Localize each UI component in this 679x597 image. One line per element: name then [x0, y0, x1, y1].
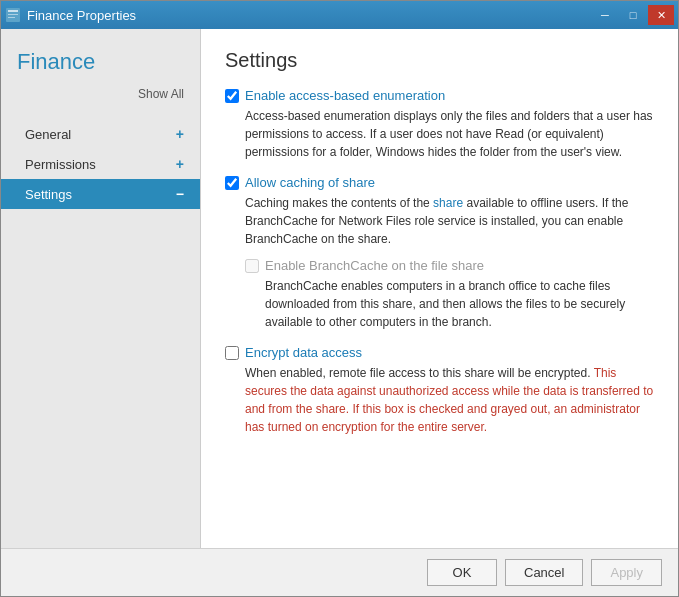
setting-access-enum: Enable access-based enumeration Access-b…	[225, 88, 654, 161]
maximize-button[interactable]: □	[620, 5, 646, 25]
setting-encrypt-data-header: Encrypt data access	[225, 345, 654, 360]
checkbox-branchcache[interactable]	[245, 259, 259, 273]
properties-window: Finance Properties ─ □ ✕ Finance Show Al…	[0, 0, 679, 597]
sidebar-icon-settings: −	[176, 186, 184, 202]
checkbox-encrypt-data[interactable]	[225, 346, 239, 360]
show-all-row: Show All	[17, 87, 184, 101]
sidebar-title: Finance	[17, 49, 95, 75]
sidebar-icon-general: +	[176, 126, 184, 142]
footer: OK Cancel Apply	[1, 548, 678, 596]
label-access-enum[interactable]: Enable access-based enumeration	[245, 88, 445, 103]
setting-encrypt-data: Encrypt data access When enabled, remote…	[225, 345, 654, 436]
sidebar: Finance Show All General + Permissions +…	[1, 29, 201, 548]
sidebar-label-general: General	[25, 127, 71, 142]
ok-button[interactable]: OK	[427, 559, 497, 586]
setting-branchcache-header: Enable BranchCache on the file share	[245, 258, 654, 273]
title-bar: Finance Properties ─ □ ✕	[1, 1, 678, 29]
content-area: Finance Show All General + Permissions +…	[1, 29, 678, 548]
svg-rect-1	[8, 10, 18, 12]
checkbox-allow-caching[interactable]	[225, 176, 239, 190]
setting-allow-caching: Allow caching of share Caching makes the…	[225, 175, 654, 331]
show-all-label: Show All	[138, 87, 184, 101]
sidebar-icon-permissions: +	[176, 156, 184, 172]
title-bar-left: Finance Properties	[5, 7, 136, 23]
cancel-button[interactable]: Cancel	[505, 559, 583, 586]
sidebar-header: Finance Show All	[1, 39, 200, 119]
sidebar-item-permissions[interactable]: Permissions +	[1, 149, 200, 179]
minimize-button[interactable]: ─	[592, 5, 618, 25]
desc-encrypt-data: When enabled, remote file access to this…	[245, 364, 654, 436]
sidebar-label-settings: Settings	[25, 187, 72, 202]
desc-allow-caching: Caching makes the contents of the share …	[245, 194, 654, 248]
svg-rect-3	[8, 17, 15, 18]
close-button[interactable]: ✕	[648, 5, 674, 25]
title-bar-controls: ─ □ ✕	[592, 5, 674, 25]
checkbox-access-enum[interactable]	[225, 89, 239, 103]
desc-access-enum: Access-based enumeration displays only t…	[245, 107, 654, 161]
apply-button[interactable]: Apply	[591, 559, 662, 586]
svg-rect-2	[8, 14, 18, 15]
sidebar-label-permissions: Permissions	[25, 157, 96, 172]
sub-setting-branchcache: Enable BranchCache on the file share Bra…	[245, 258, 654, 331]
label-encrypt-data[interactable]: Encrypt data access	[245, 345, 362, 360]
desc-branchcache: BranchCache enables computers in a branc…	[265, 277, 654, 331]
sidebar-item-general[interactable]: General +	[1, 119, 200, 149]
setting-allow-caching-header: Allow caching of share	[225, 175, 654, 190]
main-title: Settings	[225, 49, 654, 72]
label-allow-caching[interactable]: Allow caching of share	[245, 175, 375, 190]
sidebar-item-settings[interactable]: Settings −	[1, 179, 200, 209]
window-title: Finance Properties	[27, 8, 136, 23]
setting-access-enum-header: Enable access-based enumeration	[225, 88, 654, 103]
window-icon	[5, 7, 21, 23]
label-branchcache: Enable BranchCache on the file share	[265, 258, 484, 273]
main-content: Settings Enable access-based enumeration…	[201, 29, 678, 548]
